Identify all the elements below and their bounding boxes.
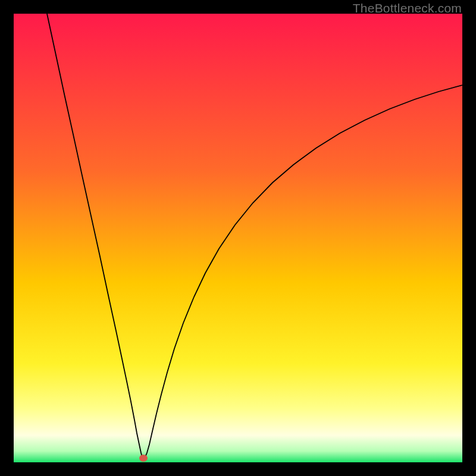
marker-dot bbox=[139, 455, 148, 462]
watermark-text: TheBottleneck.com bbox=[353, 1, 462, 15]
plot-frame bbox=[14, 14, 462, 462]
bottleneck-chart bbox=[14, 14, 462, 462]
gradient-background bbox=[14, 14, 462, 462]
